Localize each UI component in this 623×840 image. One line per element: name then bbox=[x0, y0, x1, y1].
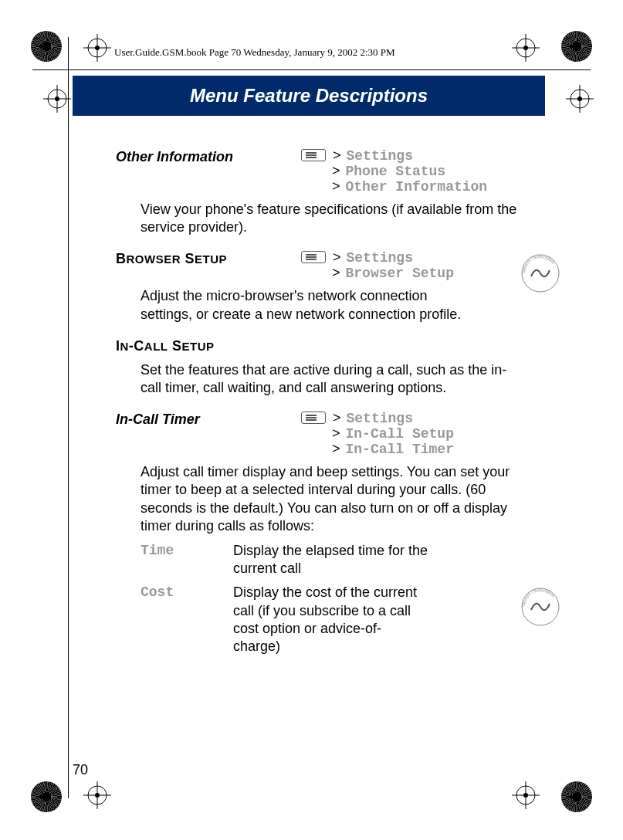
section-browser-setup: BROWSER SETUP > Settings > Browser Setup… bbox=[116, 250, 517, 281]
option-key: Time bbox=[141, 542, 233, 578]
page-body: Other Information > Settings > Phone Sta… bbox=[116, 137, 517, 656]
nav-path: > Settings > Phone Status > Other Inform… bbox=[301, 148, 487, 195]
svg-point-7 bbox=[523, 46, 528, 50]
svg-point-11 bbox=[95, 793, 100, 798]
cropmark-sunburst-icon bbox=[31, 781, 62, 812]
option-description: Display the elapsed time for the current… bbox=[233, 542, 465, 578]
registration-mark-icon bbox=[566, 85, 594, 113]
section-body: Adjust call timer display and beep setti… bbox=[141, 463, 517, 536]
registration-mark-icon bbox=[512, 34, 540, 62]
section-in-call-setup: IN-CALL SETUP bbox=[116, 337, 517, 355]
registration-mark-icon bbox=[83, 34, 111, 62]
running-header: User.Guide.GSM.book Page 70 Wednesday, J… bbox=[114, 46, 395, 59]
menu-key-icon bbox=[301, 251, 326, 263]
section-label: Other Information bbox=[116, 148, 301, 166]
nav-path: > Settings > Browser Setup bbox=[301, 250, 454, 281]
section-body: Set the features that are active during … bbox=[141, 361, 517, 398]
svg-point-3 bbox=[95, 46, 100, 50]
section-body: Adjust the micro-browser's network conne… bbox=[141, 287, 465, 323]
svg-point-19 bbox=[55, 97, 59, 101]
section-label: In-Call Timer bbox=[116, 411, 301, 428]
nav-path: > Settings > In-Call Setup > In-Call Tim… bbox=[301, 411, 454, 457]
menu-key-icon bbox=[301, 412, 326, 424]
registration-mark-icon bbox=[83, 781, 111, 809]
svg-point-15 bbox=[523, 793, 528, 798]
network-dependent-badge-icon: Network / Subscription bbox=[517, 250, 564, 296]
svg-point-23 bbox=[577, 97, 582, 101]
option-row-cost: Cost Display the cost of the current cal… bbox=[141, 584, 517, 656]
cropmark-sunburst-icon bbox=[31, 31, 62, 62]
menu-key-icon bbox=[301, 149, 326, 161]
cropmark-sunburst-icon bbox=[561, 781, 592, 812]
section-in-call-timer: In-Call Timer > Settings > In-Call Setup… bbox=[116, 411, 517, 457]
section-body: View your phone's feature specifications… bbox=[141, 201, 517, 237]
page-number: 70 bbox=[73, 762, 88, 778]
chapter-title: Menu Feature Descriptions bbox=[73, 76, 545, 116]
cropmark-sunburst-icon bbox=[561, 31, 592, 62]
page-70: User.Guide.GSM.book Page 70 Wednesday, J… bbox=[0, 0, 623, 840]
section-other-information: Other Information > Settings > Phone Sta… bbox=[116, 148, 517, 195]
section-label: BROWSER SETUP bbox=[116, 250, 301, 268]
section-label: IN-CALL SETUP bbox=[116, 337, 301, 355]
option-row-time: Time Display the elapsed time for the cu… bbox=[141, 542, 517, 578]
registration-mark-icon bbox=[512, 781, 540, 809]
option-description: Display the cost of the current call (if… bbox=[233, 584, 418, 656]
registration-mark-icon bbox=[43, 85, 71, 113]
option-key: Cost bbox=[141, 584, 233, 656]
network-dependent-badge-icon: Network / Subscription bbox=[517, 584, 564, 630]
